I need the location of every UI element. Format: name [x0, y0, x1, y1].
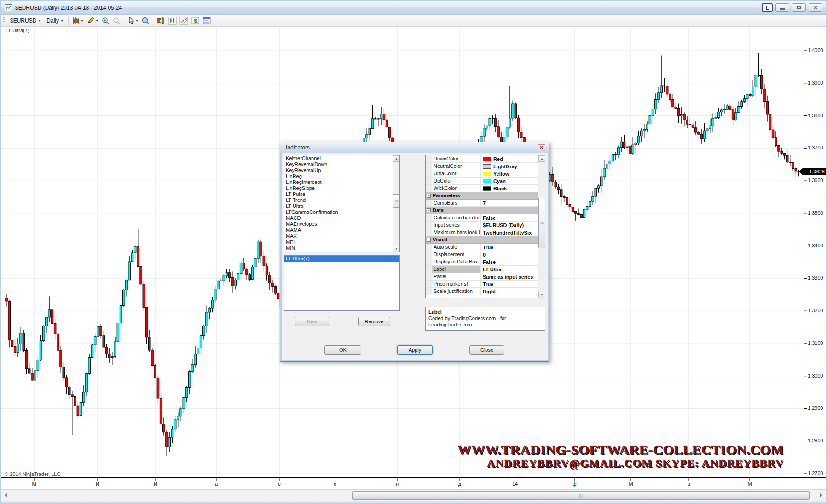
- property-row[interactable]: LabelLT Ultra: [426, 266, 545, 273]
- property-value[interactable]: Black: [481, 185, 545, 192]
- account-button[interactable]: $: [190, 16, 201, 26]
- period-dropdown[interactable]: Daily: [44, 17, 66, 25]
- chart-button[interactable]: [167, 16, 178, 26]
- indicator-list-item[interactable]: MAMA: [284, 227, 399, 233]
- collapse-icon[interactable]: −: [427, 208, 431, 212]
- property-value[interactable]: 7: [481, 200, 545, 206]
- property-row[interactable]: UltraColorYellow: [426, 170, 545, 178]
- properties-button[interactable]: [201, 16, 213, 26]
- close-dialog-button[interactable]: Close: [469, 345, 504, 355]
- property-value[interactable]: Same as input series: [481, 273, 545, 280]
- property-row[interactable]: WickColorBlack: [426, 185, 545, 192]
- indicator-list-item[interactable]: LTGammaConfirmation: [284, 209, 399, 215]
- row-margin: [426, 170, 432, 177]
- indicator-list-item[interactable]: KeltnerChannel: [284, 155, 399, 161]
- property-row[interactable]: Scale justificationRight: [426, 288, 545, 295]
- property-row[interactable]: CompBars7: [426, 200, 545, 207]
- remove-button[interactable]: Remove: [358, 317, 390, 326]
- scroll-down-arrow-icon[interactable]: ▼: [393, 246, 400, 252]
- restore-button[interactable]: [792, 3, 806, 12]
- property-row[interactable]: Auto scaleTrue: [426, 244, 545, 251]
- selected-indicator-item[interactable]: LT Ultra(7): [284, 256, 399, 262]
- property-row[interactable]: NeutralColorLightGray: [426, 163, 545, 170]
- scrollbar-grip-icon: [540, 222, 544, 224]
- scroll-left-arrow-icon[interactable]: [5, 493, 7, 498]
- instrument-dropdown[interactable]: $EURUSD: [7, 17, 44, 25]
- ok-button[interactable]: OK: [324, 345, 361, 355]
- indicator-list-scrollbar[interactable]: ▲ ▼: [393, 155, 399, 252]
- chart-style-dropdown[interactable]: [70, 16, 85, 26]
- dialog-close-button[interactable]: ✕: [538, 144, 545, 151]
- property-category-row[interactable]: −Parameters: [426, 192, 545, 200]
- indicator-list-item[interactable]: MAEnvelopes: [284, 221, 399, 227]
- property-value[interactable]: LT Ultra: [481, 266, 545, 273]
- property-value[interactable]: True: [481, 244, 545, 251]
- indicator-list-item[interactable]: KeyReversalUp: [284, 167, 399, 173]
- property-value[interactable]: False: [481, 258, 545, 265]
- property-row[interactable]: DownColorRed: [426, 155, 545, 163]
- zoom-out-button[interactable]: [111, 16, 122, 26]
- scroll-down-arrow-icon[interactable]: ▼: [538, 292, 545, 298]
- draw-tools-dropdown[interactable]: [85, 16, 100, 26]
- property-category-row[interactable]: −Data: [426, 207, 545, 214]
- property-row[interactable]: Price marker(s)True: [426, 281, 545, 288]
- indicator-list-item[interactable]: LinReg: [284, 173, 399, 179]
- new-button[interactable]: New: [295, 317, 329, 326]
- property-value[interactable]: TwoHundredFiftySix: [481, 229, 545, 236]
- indicator-list-item[interactable]: LT Ultra: [284, 203, 399, 209]
- property-row[interactable]: Displacement0: [426, 251, 545, 258]
- scrollbar-thumb[interactable]: [352, 491, 810, 500]
- scroll-right-arrow-icon[interactable]: [820, 493, 822, 498]
- indicator-list-item[interactable]: LT Pulse: [284, 191, 399, 197]
- y-axis-label: 1,2900: [808, 405, 823, 411]
- link-button[interactable]: L: [762, 3, 773, 12]
- available-indicators-list[interactable]: KeltnerChannelKeyReversalDownKeyReversal…: [284, 155, 400, 252]
- scrollbar-thumb[interactable]: [393, 194, 400, 208]
- indicator-list-item[interactable]: LinRegSlope: [284, 185, 399, 191]
- data-box-button[interactable]: [140, 16, 151, 26]
- apply-button[interactable]: Apply: [397, 345, 433, 355]
- scroll-up-arrow-icon[interactable]: ▲: [538, 155, 545, 162]
- indicator-list-item[interactable]: MIN: [284, 245, 399, 251]
- property-row[interactable]: Calculate on bar closeFalse: [426, 214, 545, 222]
- property-row[interactable]: Maximum bars look backTwoHundredFiftySix: [426, 229, 545, 236]
- market-analyzer-button[interactable]: [155, 16, 167, 26]
- property-value[interactable]: Red: [481, 155, 545, 162]
- indicator-list-item[interactable]: MACD: [284, 215, 399, 221]
- indicator-list-item[interactable]: LT Trend: [284, 197, 399, 203]
- indicator-list-item[interactable]: LinRegIntercept: [284, 179, 399, 185]
- zoom-in-button[interactable]: [100, 16, 111, 26]
- property-row[interactable]: Display in Data BoxFalse: [426, 258, 545, 266]
- description-text: Coded by TradingCoders.com - for Leading…: [428, 315, 542, 328]
- horizontal-scrollbar[interactable]: [1, 489, 826, 501]
- property-value[interactable]: 0: [481, 251, 545, 258]
- scroll-up-arrow-icon[interactable]: ▲: [393, 155, 400, 162]
- selected-indicators-list[interactable]: LT Ultra(7): [284, 255, 400, 311]
- collapse-icon[interactable]: −: [427, 238, 431, 242]
- property-value[interactable]: Cyan: [481, 178, 545, 184]
- cursor-dropdown[interactable]: [126, 16, 140, 26]
- line-chart-button[interactable]: [178, 16, 190, 26]
- dialog-title-bar[interactable]: Indicators: [280, 142, 549, 153]
- property-value[interactable]: Yellow: [481, 170, 545, 177]
- property-grid[interactable]: DownColorRedNeutralColorLightGrayUltraCo…: [425, 155, 545, 298]
- property-row[interactable]: Input series$EURUSD (Daily): [426, 222, 545, 229]
- property-row[interactable]: UpColorCyan: [426, 178, 545, 185]
- property-value[interactable]: $EURUSD (Daily): [481, 222, 545, 229]
- property-value[interactable]: False: [481, 214, 545, 221]
- property-value[interactable]: Right: [481, 288, 545, 295]
- property-category-row[interactable]: −Visual: [426, 236, 545, 244]
- scrollbar-thumb[interactable]: [538, 198, 545, 248]
- indicator-list-item[interactable]: MFI: [284, 239, 399, 245]
- property-value[interactable]: True: [481, 281, 545, 287]
- indicator-list-item[interactable]: KeyReversalDown: [284, 161, 399, 167]
- property-grid-scrollbar[interactable]: ▲ ▼: [538, 155, 545, 298]
- property-row[interactable]: PanelSame as input series: [426, 273, 545, 281]
- toolbar-separator: [68, 17, 69, 25]
- collapse-icon[interactable]: −: [427, 194, 431, 198]
- toolbar-grip[interactable]: [3, 17, 5, 24]
- indicator-list-item[interactable]: MAX: [284, 233, 399, 239]
- minimize-button[interactable]: [775, 3, 789, 12]
- property-value[interactable]: LightGray: [481, 163, 545, 170]
- close-button[interactable]: ✕: [809, 3, 822, 12]
